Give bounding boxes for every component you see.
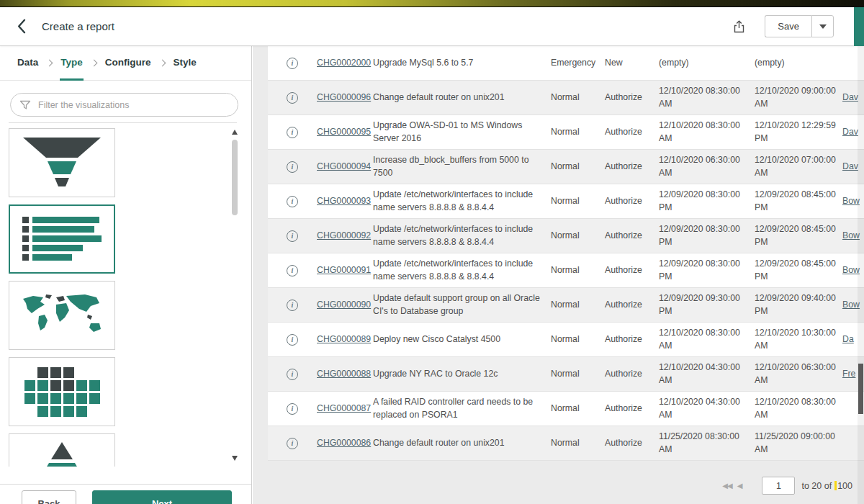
share-button[interactable] [732,19,746,34]
end-date-cell: 12/10/2020 10:30:00AM [755,327,842,353]
table-row: CHG0000090 Update default support group … [268,288,864,323]
panel-scrollbar[interactable] [230,128,240,462]
start-date-cell: 12/10/2020 06:30:00AM [659,154,755,180]
end-date-cell: 12/09/2020 08:45:00PM [755,258,842,284]
back-button[interactable] [17,19,26,34]
change-number-link[interactable]: CHG0000094 [317,161,371,171]
info-icon[interactable] [287,438,298,449]
change-number-link[interactable]: CHG0000090 [317,300,371,310]
share-icon [732,19,746,34]
end-date-cell: 12/10/2020 12:29:59PM [755,120,842,145]
change-number-link[interactable]: CHG0000095 [317,127,371,137]
change-number-link[interactable]: CHG0000091 [317,265,371,275]
first-page-icon[interactable] [722,482,732,490]
assignee-link[interactable]: Fre [842,369,855,379]
wizard-steps: DataTypeConfigureStyle [0,46,251,81]
wizard-footer: Back Next [0,484,251,504]
info-icon[interactable] [287,334,298,346]
visualization-filter-input[interactable] [10,93,238,117]
filter-field [10,93,238,117]
scroll-up-arrow-icon[interactable] [232,130,238,135]
page-number-input[interactable] [762,477,795,495]
end-date-cell: 12/09/2020 09:40:00PM [755,292,842,318]
table-row: CHG0002000 Upgrade MySql 5.6 to 5.7 Emer… [268,46,864,81]
change-number-link[interactable]: CHG0000087 [317,403,371,413]
save-dropdown-button[interactable] [811,15,834,37]
panel-scrollbar-thumb[interactable] [232,140,238,215]
heatmap-icon [24,367,100,417]
step-style[interactable]: Style [173,46,197,81]
step-data[interactable]: Data [17,46,39,81]
short-description-cell: Change default router on unix201 [373,437,551,450]
table-row: CHG0000088 Upgrade NY RAC to Oracle 12c … [268,357,864,392]
viz-type-heatmap[interactable] [9,357,115,426]
change-number-link[interactable]: CHG0000089 [317,334,371,344]
change-number-link[interactable]: CHG0000092 [317,230,371,240]
start-date-cell: (empty) [659,57,755,70]
assignee-link[interactable]: Dav [842,127,858,137]
change-number-link[interactable]: CHG0000086 [317,438,371,448]
state-cell: Authorize [605,402,659,415]
viz-type-funnel[interactable] [9,128,115,197]
state-cell: Authorize [605,91,659,104]
short-description-cell: Upgrade MySql 5.6 to 5.7 [373,57,551,70]
next-step-button[interactable]: Next [92,490,232,504]
back-step-button[interactable]: Back [22,490,76,504]
info-icon[interactable] [287,230,298,242]
start-date-cell: 12/10/2020 04:30:00AM [659,396,755,422]
priority-cell: Normal [551,126,605,139]
pagination-range-text: to 20 of [801,481,832,491]
short-description-cell: Update default support group on all Orac… [373,292,551,318]
cursor-highlight [834,481,837,490]
info-icon[interactable] [287,403,298,415]
start-date-cell: 11/25/2020 08:30:00AM [659,431,755,456]
short-description-cell: Increase db_block_buffers from 5000 to 7… [373,154,551,180]
change-number-link[interactable]: CHG0000096 [317,92,371,102]
short-description-cell: Update /etc/network/interfaces to includ… [373,258,551,284]
priority-cell: Normal [551,333,605,346]
table-row: CHG0000087 A failed RAID controller card… [268,392,864,426]
start-date-cell: 12/09/2020 09:30:00PM [659,292,755,318]
change-number-link[interactable]: CHG0000088 [317,369,371,379]
info-icon[interactable] [287,265,298,276]
end-date-cell: 12/10/2020 07:00:00AM [755,154,842,180]
step-configure[interactable]: Configure [104,46,152,81]
table-row: CHG0000096 Change default router on unix… [268,81,864,115]
state-cell: Authorize [605,195,659,208]
start-date-cell: 12/09/2020 08:30:00PM [659,223,755,249]
info-icon[interactable] [287,161,298,173]
info-icon[interactable] [287,58,298,69]
end-date-cell: 12/10/2020 09:00:00AM [755,85,842,111]
scroll-down-arrow-icon[interactable] [232,456,238,461]
step-type[interactable]: Type [60,46,84,81]
pagination: to 20 of 100 [722,477,852,495]
viz-type-pyramid[interactable] [9,433,115,467]
assignee-link[interactable]: Da [842,334,854,344]
start-date-cell: 12/09/2020 08:30:00PM [659,258,755,284]
save-button[interactable]: Save [765,15,811,37]
filter-funnel-icon [19,99,31,111]
start-date-cell: 12/09/2020 08:30:00PM [659,189,755,215]
state-cell: Authorize [605,230,659,243]
info-icon[interactable] [287,300,298,311]
table-row: CHG0000094 Increase db_block_buffers fro… [268,150,864,184]
priority-cell: Emergency [551,57,605,70]
priority-cell: Normal [551,437,605,450]
info-icon[interactable] [287,92,298,104]
viz-type-horizontal-bars[interactable] [9,204,115,274]
table-row: CHG0000086 Change default router on unix… [268,426,864,461]
world-map-icon [19,293,105,338]
change-number-link[interactable]: CHG0000093 [317,196,371,206]
viz-type-world-map[interactable] [9,281,115,350]
info-icon[interactable] [287,369,298,380]
info-icon[interactable] [287,196,298,207]
previous-page-icon[interactable] [737,482,742,490]
report-designer-panel: DataTypeConfigureStyle [0,46,252,504]
info-icon[interactable] [287,127,298,138]
page-scrollbar[interactable] [858,46,864,504]
change-number-link[interactable]: CHG0002000 [317,58,371,68]
assignee-link[interactable]: Dav [842,92,858,102]
corner-accent-block [854,7,864,46]
page-scrollbar-thumb[interactable] [858,364,863,414]
assignee-link[interactable]: Dav [842,161,858,171]
